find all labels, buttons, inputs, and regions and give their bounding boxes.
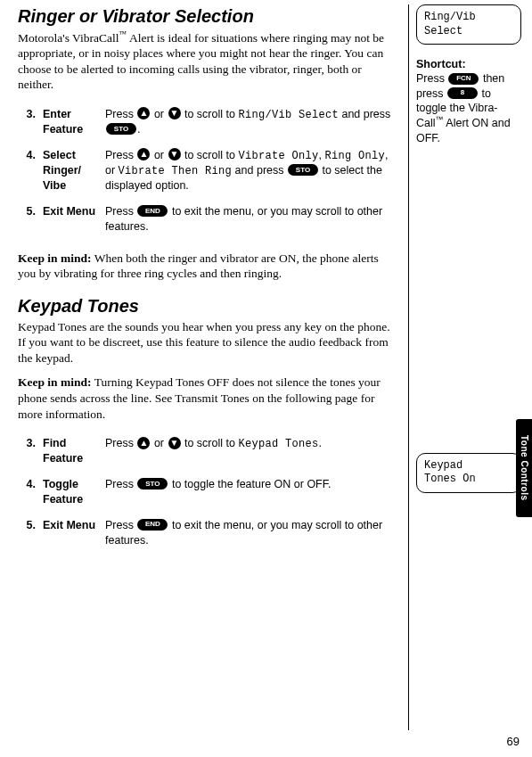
step-number: 4.: [18, 472, 39, 513]
txt: or: [151, 149, 167, 161]
keep-label: Keep in mind:: [18, 251, 92, 265]
lcd-text: Keypad Tones: [238, 438, 318, 450]
txt: Press: [105, 108, 136, 120]
step-row: 3. Enter Feature Press ▲ or ▼ to scroll …: [18, 102, 395, 143]
step-label: Find Feature: [39, 431, 102, 472]
txt: or: [151, 108, 167, 120]
lcd-line: Ring/Vib: [424, 11, 513, 25]
eight-key-icon: 8: [447, 87, 478, 99]
section1-keepinmind: Keep in mind: When both the ringer and v…: [18, 251, 395, 282]
txt: Press: [105, 149, 136, 161]
txt: or: [151, 437, 167, 449]
step-row: 3. Find Feature Press ▲ or ▼ to scroll t…: [18, 431, 395, 472]
step-row: 5. Exit Menu Press END to exit the menu,…: [18, 199, 395, 240]
txt: Press: [105, 519, 136, 531]
section-tab: Tone Controls: [516, 419, 532, 517]
up-arrow-key-icon: ▲: [137, 148, 150, 160]
step-number: 5.: [18, 199, 39, 240]
lcd-text: Vibrate Only: [238, 150, 318, 162]
display-box-keypad: Keypad Tones On: [416, 453, 521, 493]
step-text: Press END to exit the menu, or you may s…: [102, 513, 395, 554]
down-arrow-key-icon: ▼: [168, 148, 181, 160]
step-row: 4. Toggle Feature Press STO to toggle th…: [18, 472, 395, 513]
txt: to scroll to: [182, 437, 239, 449]
txt: Press: [105, 437, 136, 449]
fcn-key-icon: FCN: [448, 73, 479, 85]
step-row: 4. Select Ringer/ Vibe Press ▲ or ▼ to s…: [18, 143, 395, 199]
keep-label: Keep in mind:: [18, 375, 92, 389]
up-arrow-key-icon: ▲: [137, 437, 150, 449]
txt: Press: [105, 478, 136, 490]
step-label: Select Ringer/ Vibe: [39, 143, 102, 199]
side-column: Ring/Vib Select Shortcut: Press FCN then…: [409, 4, 521, 730]
txt: Press: [416, 72, 447, 85]
txt: and press: [232, 164, 287, 177]
step-text: Press STO to toggle the feature ON or OF…: [102, 472, 395, 513]
step-number: 4.: [18, 143, 39, 199]
txt: to toggle the feature ON or OFF.: [168, 478, 331, 490]
step-label: Toggle Feature: [39, 472, 102, 513]
step-label: Exit Menu: [39, 513, 102, 554]
step-text: Press ▲ or ▼ to scroll to Keypad Tones.: [102, 431, 395, 472]
end-key-icon: END: [137, 519, 168, 531]
txt: and press: [339, 108, 390, 120]
intro-pre: Motorola's VibraCall: [18, 31, 119, 45]
main-column: Ringer or Vibrator Selection Motorola's …: [18, 4, 409, 730]
section2-keepinmind: Keep in mind: Turning Keypad Tones OFF d…: [18, 374, 395, 422]
lcd-line: Tones On: [424, 473, 513, 487]
lcd-text: Ring Only: [324, 150, 385, 162]
section2-intro: Keypad Tones are the sounds you hear whe…: [18, 319, 395, 366]
step-number: 5.: [18, 513, 39, 554]
step-label: Enter Feature: [39, 102, 102, 143]
step-text: Press ▲ or ▼ to scroll to Vibrate Only, …: [102, 143, 395, 199]
txt: .: [318, 437, 321, 449]
trademark: ™: [119, 29, 127, 38]
sto-key-icon: STO: [288, 164, 318, 176]
down-arrow-key-icon: ▼: [168, 437, 181, 449]
up-arrow-key-icon: ▲: [137, 107, 150, 119]
display-box-ringvib: Ring/Vib Select: [416, 4, 521, 45]
step-row: 5. Exit Menu Press END to exit the menu,…: [18, 513, 395, 554]
section1-intro: Motorola's VibraCall™ Alert is ideal for…: [18, 29, 395, 93]
section1-heading: Ringer or Vibrator Selection: [18, 4, 395, 28]
step-text: Press END to exit the menu, or you may s…: [102, 199, 395, 240]
sto-key-icon: STO: [137, 478, 168, 490]
end-key-icon: END: [137, 205, 168, 217]
section2-steps: 3. Find Feature Press ▲ or ▼ to scroll t…: [18, 431, 395, 553]
page-number: 69: [507, 735, 520, 750]
txt: to scroll to: [182, 108, 239, 120]
txt: .: [137, 123, 140, 136]
lcd-line: Keypad: [424, 459, 513, 473]
txt: Press: [105, 205, 136, 218]
step-number: 3.: [18, 102, 39, 143]
step-number: 3.: [18, 431, 39, 472]
section1-steps: 3. Enter Feature Press ▲ or ▼ to scroll …: [18, 102, 395, 240]
shortcut-block: Shortcut: Press FCN then press 8 to togg…: [416, 57, 521, 145]
step-text: Press ▲ or ▼ to scroll to Ring/Vib Selec…: [102, 102, 395, 143]
shortcut-title: Shortcut:: [416, 58, 466, 70]
sto-key-icon: STO: [106, 123, 136, 135]
txt: to scroll to: [182, 149, 239, 161]
lcd-text: Vibrate Then Ring: [119, 165, 233, 177]
down-arrow-key-icon: ▼: [168, 107, 181, 119]
lcd-text: Ring/Vib Select: [238, 109, 339, 121]
section2-heading: Keypad Tones: [18, 294, 395, 317]
step-label: Exit Menu: [39, 199, 102, 240]
trademark: ™: [436, 115, 444, 124]
lcd-line: Select: [424, 25, 513, 39]
